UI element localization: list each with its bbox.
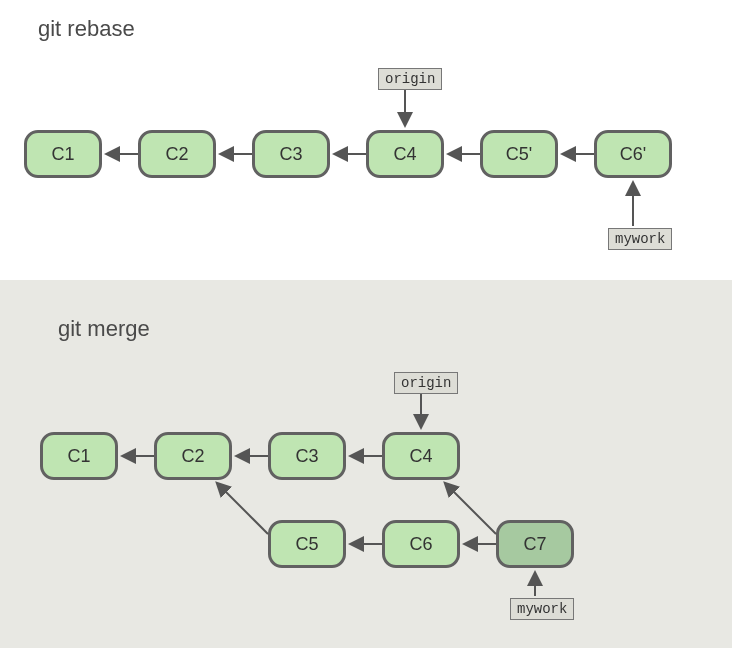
commit-c2-m: C2	[154, 432, 232, 480]
tag-mywork: mywork	[608, 228, 672, 250]
rebase-title: git rebase	[38, 16, 135, 42]
commit-c6-m: C6	[382, 520, 460, 568]
merge-title: git merge	[58, 316, 150, 342]
tag-mywork-m: mywork	[510, 598, 574, 620]
commit-c4: C4	[366, 130, 444, 178]
commit-c5-m: C5	[268, 520, 346, 568]
commit-c1-m: C1	[40, 432, 118, 480]
commit-c5p: C5'	[480, 130, 558, 178]
commit-c2: C2	[138, 130, 216, 178]
tag-origin: origin	[378, 68, 442, 90]
commit-c3: C3	[252, 130, 330, 178]
rebase-panel: git rebase C1 C2 C3 C4 C5' C6' origin my…	[0, 0, 732, 280]
commit-c7-m: C7	[496, 520, 574, 568]
tag-origin-m: origin	[394, 372, 458, 394]
svg-line-12	[218, 484, 268, 534]
commit-c4-m: C4	[382, 432, 460, 480]
commit-c3-m: C3	[268, 432, 346, 480]
commit-c6p: C6'	[594, 130, 672, 178]
commit-c1: C1	[24, 130, 102, 178]
merge-panel: git merge C1 C2 C3 C4 C5 C6 C7 origin my…	[0, 280, 732, 648]
